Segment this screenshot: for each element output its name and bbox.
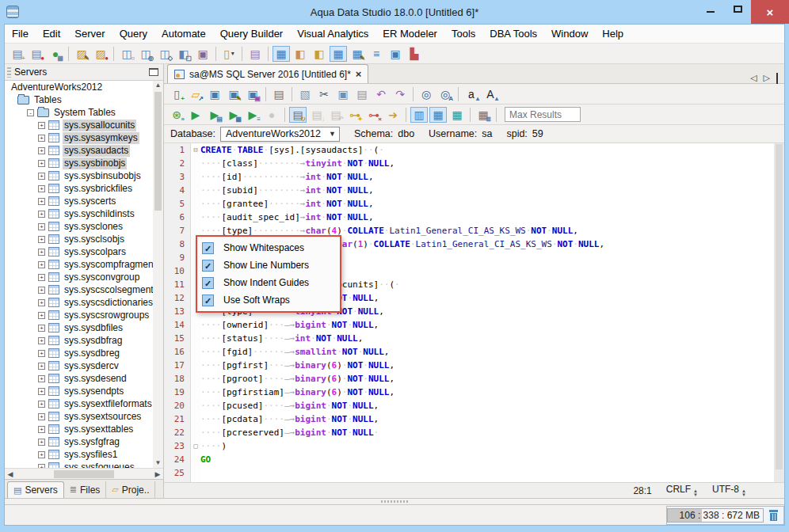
schema-extract-icon[interactable]: ◫◎ — [137, 46, 154, 62]
expander-icon[interactable]: + — [38, 147, 45, 154]
tab-list-icon[interactable] — [776, 74, 778, 83]
tree-item-sys-sysbinsubobjs[interactable]: +sys.sysbinsubobjs — [5, 169, 153, 182]
tree-item-sys-sysexttables[interactable]: +sys.sysexttables — [5, 423, 153, 435]
expander-icon[interactable]: + — [38, 426, 45, 433]
encoding-selector[interactable]: UTF-8▲▼ — [712, 484, 746, 497]
tree-item-sys-syscolpars[interactable]: +sys.syscolpars — [5, 245, 153, 258]
tree-item-sys-sysdbfrag[interactable]: +sys.sysdbfrag — [5, 334, 153, 347]
expander-icon[interactable]: + — [38, 249, 45, 256]
menu-automate[interactable]: Automate — [154, 25, 213, 44]
tree-item-sys-sysclones[interactable]: +sys.sysclones — [5, 220, 153, 233]
schema-browser-icon[interactable]: ◫○ — [118, 46, 135, 62]
auto-commit-icon[interactable]: ▤↻ — [289, 107, 307, 123]
database-select[interactable]: AdventureWorks2012 ▼ — [220, 127, 340, 142]
execute-edit-icon[interactable]: ▶▦ — [225, 107, 242, 123]
scroll-up-icon[interactable]: ▲ — [155, 81, 162, 90]
expander-icon[interactable]: + — [38, 135, 45, 142]
tree-item-tables[interactable]: Tables — [5, 93, 153, 106]
prev-tab-icon[interactable]: ◁ — [750, 73, 757, 83]
schema-compare-icon[interactable]: ◫◇ — [156, 46, 173, 62]
expander-icon[interactable]: + — [38, 261, 45, 268]
checkbox-checked-icon[interactable]: ✓ — [202, 260, 214, 272]
register-server-icon[interactable]: ▤+ — [9, 46, 26, 62]
expander-icon[interactable]: + — [38, 299, 45, 306]
editor-vertical-scrollbar[interactable] — [774, 143, 784, 482]
uppercase-icon[interactable]: A▴ — [482, 86, 499, 102]
expander-icon[interactable]: + — [38, 198, 45, 205]
scrollbar-thumb[interactable] — [154, 92, 162, 211]
copy-window-icon[interactable]: ▣ — [194, 46, 212, 62]
new-admin-query-icon[interactable]: ▨● — [92, 46, 109, 62]
menu-help[interactable]: Help — [595, 25, 631, 44]
script-window-icon[interactable]: ▤ — [246, 46, 264, 62]
history-icon[interactable]: ▦≣ — [475, 107, 492, 123]
tree-item-sys-sysfgfrag[interactable]: +sys.sysfgfrag — [5, 435, 153, 448]
expander-icon[interactable]: + — [38, 363, 45, 370]
window-browser-icon[interactable]: ◧▢ — [175, 46, 192, 62]
menu-window[interactable]: Window — [544, 25, 595, 44]
tree-item-sys-sysextfileformats[interactable]: +sys.sysextfileformats — [5, 397, 153, 410]
find-replace-icon[interactable]: ◎A — [436, 86, 454, 102]
print-icon[interactable]: ▤ — [270, 86, 288, 102]
open-file-icon[interactable]: ▱↗ — [187, 86, 204, 102]
tree-item-system-tables[interactable]: -System Tables — [5, 106, 153, 119]
menu-dba-tools[interactable]: DBA Tools — [482, 25, 544, 44]
execute-append-icon[interactable]: ▶▤ — [206, 107, 223, 123]
tree-item-sys-syscsdictionaries[interactable]: +sys.syscsdictionaries — [5, 296, 153, 309]
context-menu-item-show-line-numbers[interactable]: ✓Show Line Numbers — [197, 256, 340, 274]
expander-icon[interactable]: + — [38, 274, 45, 281]
expander-icon[interactable]: + — [38, 350, 45, 357]
next-tab-icon[interactable]: ▷ — [764, 73, 770, 83]
tree-item-sys-sysendpts[interactable]: +sys.sysendpts — [5, 385, 153, 397]
expander-icon[interactable]: + — [38, 223, 45, 230]
commit-mode-icon[interactable]: ➔ — [384, 107, 402, 123]
tree-item-sys-sysallocunits[interactable]: +sys.sysallocunits — [5, 119, 153, 131]
horizontal-splitter[interactable] — [5, 498, 784, 504]
garbage-collect-icon[interactable] — [768, 510, 779, 521]
new-document-icon[interactable]: ▯▾ — [220, 46, 238, 62]
list-view-icon[interactable]: ≡ — [368, 46, 385, 62]
expander-icon[interactable]: + — [38, 388, 45, 395]
execute-explain-icon[interactable]: ▶≡ — [244, 107, 261, 123]
context-menu-item-use-soft-wraps[interactable]: ✓Use Soft Wraps — [197, 291, 340, 309]
menu-edit[interactable]: Edit — [36, 25, 67, 44]
grid-results-icon[interactable]: ▦ — [273, 46, 290, 62]
expander-icon[interactable]: + — [38, 211, 45, 218]
fold-marker[interactable]: ⊟ — [191, 143, 200, 157]
grid-view-icon[interactable]: ▦ — [330, 46, 347, 62]
menu-tools[interactable]: Tools — [444, 25, 482, 44]
menu-visual-analytics[interactable]: Visual Analytics — [290, 25, 375, 44]
expander-icon[interactable]: + — [38, 236, 45, 243]
expander-icon[interactable]: + — [38, 185, 45, 192]
form-view-alt-icon[interactable]: ◧ — [311, 46, 328, 62]
pivot-results-icon[interactable]: ▦ — [448, 107, 466, 123]
tree-item-sys-sysdbreg[interactable]: +sys.sysdbreg — [5, 347, 153, 359]
tree-item-sys-syscsrowgroups[interactable]: +sys.syscsrowgroups — [5, 309, 153, 321]
expander-icon[interactable]: + — [38, 464, 45, 469]
form-view-icon[interactable]: ◧ — [292, 46, 309, 62]
tree-horizontal-scrollbar[interactable]: ◀ ▶ — [5, 468, 163, 479]
tree-item-sys-sysextsources[interactable]: +sys.sysextsources — [5, 410, 153, 423]
expander-icon[interactable]: + — [38, 160, 45, 167]
paste-icon[interactable]: ▤ — [353, 86, 371, 102]
tree-item-sys-sysdesend[interactable]: +sys.sysdesend — [5, 372, 153, 385]
tree-item-sys-sysdbfiles[interactable]: +sys.sysdbfiles — [5, 321, 153, 334]
context-menu-item-show-indent-guides[interactable]: ✓Show Indent Guides — [197, 274, 340, 291]
grid-edit-icon[interactable]: ▦✎ — [349, 46, 366, 62]
panel-tab-files[interactable]: ≣Files — [64, 481, 107, 498]
tree-item-sys-syscerts[interactable]: +sys.syscerts — [5, 195, 153, 207]
tree-vertical-scrollbar[interactable]: ▲ ▼ — [153, 81, 163, 468]
expander-icon[interactable]: + — [38, 122, 45, 129]
save-as-icon[interactable]: ▣✎ — [225, 86, 242, 102]
cut-icon[interactable]: ✂ — [315, 86, 333, 102]
panel-grip[interactable] — [7, 67, 11, 78]
expander-icon[interactable]: + — [38, 312, 45, 319]
checkbox-checked-icon[interactable]: ✓ — [202, 277, 214, 289]
expander-icon[interactable]: + — [38, 439, 45, 446]
panel-tab-servers[interactable]: ▤Servers — [7, 481, 64, 498]
tree-item-sys-sysclsobjs[interactable]: +sys.sysclsobjs — [5, 233, 153, 245]
eol-selector[interactable]: CRLF▲▼ — [666, 484, 698, 497]
expander-icon[interactable]: - — [27, 109, 34, 116]
expander-icon[interactable]: + — [38, 287, 45, 294]
tree-item-sys-sysaudacts[interactable]: +sys.sysaudacts — [5, 144, 153, 157]
